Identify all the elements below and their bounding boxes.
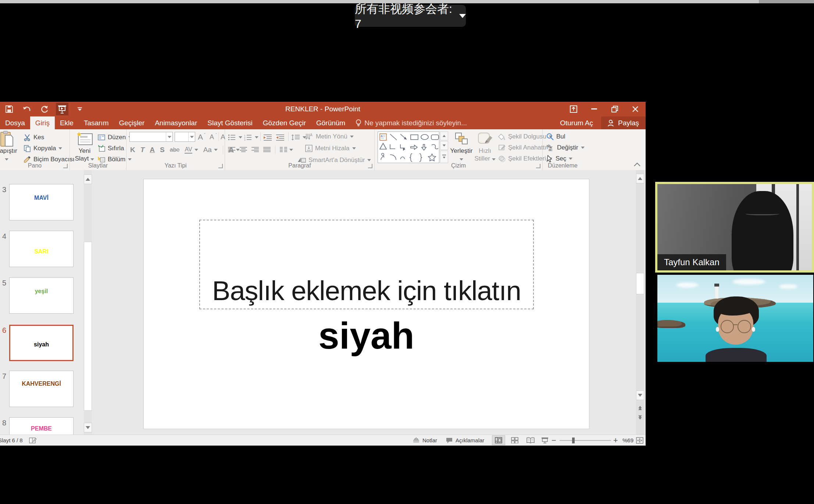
font-name-caret-icon[interactable] bbox=[166, 132, 172, 141]
pano-dialog-launcher[interactable] bbox=[63, 164, 68, 168]
tab-gorunum[interactable]: Görünüm bbox=[311, 116, 350, 129]
zoom-level[interactable]: %69 bbox=[622, 435, 633, 446]
grow-font-icon: A bbox=[198, 133, 203, 141]
font-size-combobox[interactable] bbox=[175, 132, 195, 142]
zoom-in-button[interactable]: + bbox=[613, 435, 618, 446]
shapes-gallery[interactable]: A bbox=[378, 132, 439, 163]
font-name-combobox[interactable] bbox=[129, 132, 173, 142]
align-center-icon[interactable] bbox=[240, 147, 247, 153]
slide-body-text[interactable]: siyah bbox=[144, 314, 589, 357]
clear-formatting-button[interactable]: A bbox=[221, 132, 225, 142]
reset-button[interactable]: Sıfırla bbox=[98, 143, 124, 154]
slide-sorter-view-button[interactable] bbox=[508, 435, 521, 445]
find-button[interactable]: Bul bbox=[546, 132, 565, 142]
main-scrollbar[interactable] bbox=[636, 170, 644, 435]
participant-name-label: Tayfun Kalkan bbox=[657, 254, 726, 270]
participants-dropdown[interactable]: 所有非视频参会者: 7 bbox=[355, 5, 466, 27]
change-case-button[interactable]: Aa bbox=[203, 146, 212, 154]
slide-canvas[interactable]: Başlık eklemek için tıklatın siyah bbox=[143, 179, 589, 429]
close-button[interactable] bbox=[625, 102, 646, 116]
new-slide-button[interactable]: Yeni Slayt bbox=[73, 131, 96, 162]
font-size-caret-icon[interactable] bbox=[188, 132, 195, 141]
line-spacing-button[interactable] bbox=[291, 132, 306, 143]
comments-button[interactable]: Açıklamalar bbox=[446, 435, 484, 446]
replace-label: Değiştir bbox=[557, 144, 578, 151]
italic-button[interactable]: T bbox=[140, 146, 145, 154]
layout-icon bbox=[98, 134, 105, 140]
video-feed-active-speaker[interactable]: Tayfun Kalkan bbox=[655, 182, 814, 273]
text-shadow-button[interactable]: S bbox=[160, 146, 165, 154]
character-spacing-button[interactable]: AV bbox=[185, 146, 192, 154]
tell-me-box[interactable]: Ne yapmak istediğinizi söyleyin... bbox=[350, 116, 472, 129]
minimize-button[interactable] bbox=[584, 102, 604, 116]
align-text-button[interactable]: Metni Hizala bbox=[305, 143, 356, 154]
cizim-dialog-launcher[interactable] bbox=[536, 164, 540, 168]
group-slaytlar-label: Slaytlar bbox=[70, 162, 126, 169]
tab-gozden-gecir[interactable]: Gözden Geçir bbox=[258, 116, 311, 129]
tab-tasarim[interactable]: Tasarım bbox=[79, 116, 114, 129]
grow-font-button[interactable]: Aˆ bbox=[198, 132, 206, 142]
thumbnail-scroll-down[interactable] bbox=[84, 423, 92, 432]
tab-ekle[interactable]: Ekle bbox=[55, 116, 79, 129]
title-placeholder[interactable]: Başlık eklemek için tıklatın bbox=[199, 220, 534, 309]
bold-button[interactable]: K bbox=[130, 146, 135, 154]
main-scroll-up[interactable] bbox=[636, 174, 644, 183]
yazi-tipi-dialog-launcher[interactable] bbox=[218, 164, 223, 168]
shapes-scroll-up[interactable] bbox=[440, 132, 448, 140]
thumbnail-scroll-up[interactable] bbox=[84, 174, 92, 184]
justify-icon[interactable] bbox=[263, 147, 271, 153]
restore-button[interactable] bbox=[604, 102, 625, 116]
bullets-button[interactable] bbox=[228, 132, 242, 143]
columns-icon[interactable] bbox=[280, 147, 287, 153]
share-button[interactable]: Paylaş bbox=[601, 116, 646, 129]
next-slide-button[interactable] bbox=[636, 413, 644, 421]
quick-styles-button[interactable]: Hızlı Stiller bbox=[473, 131, 497, 162]
shapes-more-button[interactable] bbox=[440, 151, 448, 163]
copy-button[interactable]: Kopyala bbox=[24, 143, 62, 154]
align-right-icon[interactable] bbox=[251, 147, 259, 153]
tab-gecisler[interactable]: Geçişler bbox=[114, 116, 150, 129]
line-spacing-icon bbox=[291, 134, 300, 141]
notes-button[interactable]: Notlar bbox=[413, 435, 437, 446]
main-scroll-thumb[interactable] bbox=[636, 273, 644, 294]
quick-styles-label-2: Stiller bbox=[473, 155, 497, 162]
reading-view-button[interactable] bbox=[524, 435, 537, 445]
numbering-button[interactable]: 123 bbox=[244, 132, 258, 143]
slideshow-view-button[interactable] bbox=[538, 435, 551, 445]
tab-animasyonlar[interactable]: Animasyonlar bbox=[150, 116, 202, 129]
collapse-ribbon-icon[interactable] bbox=[634, 162, 640, 166]
strikethrough-button[interactable]: abe bbox=[170, 147, 180, 153]
thumbnail-scrollbar[interactable] bbox=[84, 170, 92, 435]
tab-giris[interactable]: Giriş bbox=[30, 116, 55, 129]
tab-slayt-gosterisi[interactable]: Slayt Gösterisi bbox=[202, 116, 257, 129]
zoom-out-button[interactable]: − bbox=[551, 435, 556, 446]
video-feed-participant[interactable] bbox=[657, 275, 813, 362]
sign-in-button[interactable]: Oturum Aç bbox=[560, 119, 593, 127]
zoom-slider-thumb[interactable] bbox=[572, 438, 575, 443]
numbering-icon: 123 bbox=[244, 134, 252, 141]
increase-indent-button[interactable] bbox=[276, 132, 285, 143]
ribbon-display-options-icon[interactable] bbox=[563, 102, 584, 116]
arrange-icon bbox=[450, 131, 473, 147]
fit-to-window-button[interactable] bbox=[636, 435, 643, 446]
thumbnail-scroll-thumb[interactable] bbox=[84, 242, 92, 411]
replace-button[interactable]: abac Değiştir bbox=[546, 143, 585, 153]
arrange-button[interactable]: Yerleştir bbox=[450, 131, 473, 162]
paste-button[interactable]: Yapıştır bbox=[0, 131, 18, 162]
underline-button[interactable]: A bbox=[150, 146, 155, 154]
shrink-font-button[interactable]: Aˇ bbox=[210, 132, 217, 142]
zoom-slider-track[interactable] bbox=[560, 440, 611, 441]
shapes-scroll-down[interactable] bbox=[440, 141, 448, 150]
decrease-indent-button[interactable] bbox=[263, 132, 272, 143]
previous-slide-button[interactable] bbox=[636, 404, 644, 412]
copy-icon bbox=[24, 145, 31, 152]
normal-view-button[interactable] bbox=[492, 435, 505, 445]
cut-button[interactable]: Kes bbox=[24, 132, 44, 143]
align-left-icon[interactable] bbox=[228, 147, 235, 153]
display-settings-icon[interactable] bbox=[29, 435, 37, 446]
main-scroll-down[interactable] bbox=[636, 390, 644, 400]
text-direction-button[interactable]: A Metin Yönü bbox=[305, 132, 354, 142]
paragraf-dialog-launcher[interactable] bbox=[368, 164, 372, 168]
tab-dosya[interactable]: Dosya bbox=[0, 116, 30, 129]
clear-formatting-icon: A bbox=[221, 133, 225, 141]
